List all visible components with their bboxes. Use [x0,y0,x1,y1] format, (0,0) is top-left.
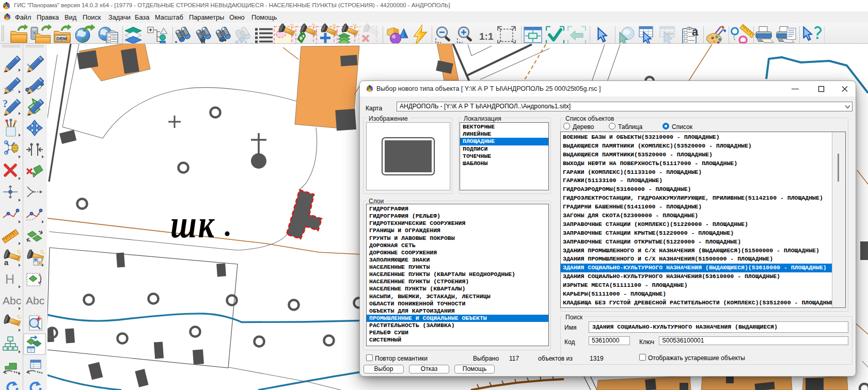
svg-text:шк: шк [170,203,216,246]
